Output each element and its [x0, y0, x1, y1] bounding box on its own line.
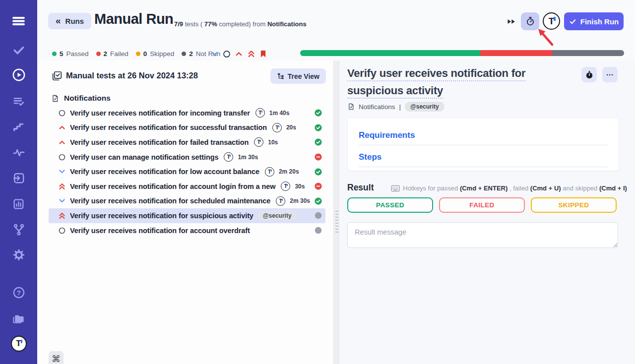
priority-highest-icon [58, 182, 66, 190]
status-passed-icon [315, 124, 322, 131]
stopwatch-filled-icon [585, 70, 594, 79]
test-meta: Notifications | @security [347, 102, 444, 112]
test-title: Verify user receives notification for fa… [70, 138, 249, 146]
passed-button[interactable]: PASSED [347, 197, 433, 213]
result-label: Result [347, 182, 374, 193]
run-progress-bar [300, 50, 624, 56]
keyboard-icon [391, 185, 400, 192]
verdict-buttons: PASSED FAILED SKIPPED [347, 197, 617, 213]
run-list-title: Manual tests at 26 Nov 2024 13:28 [66, 71, 198, 80]
document-check-icon [347, 103, 355, 111]
failed-button[interactable]: FAILED [439, 197, 525, 213]
testomat-logo[interactable]: T [543, 12, 560, 30]
test-row[interactable]: Verify user receives notification for ac… [49, 223, 325, 238]
test-row-selected[interactable]: Verify user receives notification for su… [49, 208, 325, 223]
run-list-header: Manual tests at 26 Nov 2024 13:28 Tree V… [37, 67, 333, 84]
suite-folder-label: Notifications [64, 94, 111, 103]
play-circle-icon[interactable] [11, 67, 26, 82]
svg-text:?: ? [16, 289, 20, 297]
test-row[interactable]: Verify user receives notification for ac… [49, 179, 325, 194]
sidebar: ? T [0, 0, 37, 364]
status-passed-icon [315, 168, 322, 176]
double-chevron-up-icon[interactable] [247, 50, 255, 58]
section-requirements[interactable]: Requirements [359, 118, 608, 145]
command-icon: ⌘ [52, 354, 61, 364]
test-title: Verify user can manage notification sett… [70, 153, 218, 161]
finish-run-label: Finish Run [580, 17, 619, 26]
menu-icon[interactable] [11, 13, 26, 28]
stopwatch-icon [525, 16, 535, 26]
branch-icon[interactable] [11, 222, 26, 237]
bar-chart-icon[interactable] [11, 196, 26, 211]
timer-button[interactable] [581, 67, 597, 82]
gear-icon[interactable] [11, 247, 26, 262]
priority-low-icon [58, 197, 66, 205]
priority-high-icon [58, 123, 66, 131]
status-notrun-icon [315, 212, 322, 219]
panel-splitter[interactable] [333, 61, 339, 364]
bookmark-icon[interactable] [259, 50, 267, 58]
test-row[interactable]: Verify user receives notification for lo… [49, 164, 325, 179]
status-notrun-icon [315, 227, 322, 234]
test-row[interactable]: Verify user can manage notification sett… [49, 150, 325, 165]
chevron-down-icon[interactable] [210, 50, 219, 58]
progress-failed-segment [480, 50, 552, 56]
test-row[interactable]: Verify user receives notification for fa… [49, 135, 325, 150]
testomat-badge-icon: T [276, 196, 285, 206]
run-subtitle: 7/9 tests ( 77% completed) from Notifica… [174, 20, 307, 28]
testomat-badge-icon: T [272, 123, 282, 132]
skipped-button[interactable]: SKIPPED [531, 197, 617, 213]
hotkeys-hint: Hotkeys for passed (Cmd + ENTER) , faile… [391, 184, 627, 192]
fast-forward-icon[interactable] [507, 18, 516, 25]
command-hotkeys-button[interactable]: ⌘ [49, 351, 64, 364]
status-passed-icon [315, 197, 322, 205]
check-icon[interactable] [11, 43, 26, 58]
test-row[interactable]: Verify user receives notification for sc… [49, 194, 325, 209]
list-check-icon[interactable] [11, 94, 26, 109]
status-passed-icon [315, 138, 322, 146]
test-title: Verify user receives notification for ac… [70, 227, 250, 235]
tree-icon [277, 72, 284, 80]
pulse-icon[interactable] [11, 145, 26, 160]
test-title: Verify user receives notification for in… [70, 109, 250, 117]
suite-breadcrumb[interactable]: Notifications [359, 103, 395, 111]
test-row[interactable]: Verify user receives notification for in… [49, 106, 325, 121]
skipped-dot-icon [136, 52, 140, 56]
stopwatch-button[interactable] [521, 12, 539, 30]
test-title: Verify user receives notification for sc… [70, 197, 270, 205]
testomat-badge-icon: T [255, 108, 265, 118]
priority-highest-icon [58, 212, 66, 220]
testomat-badge-icon: T [224, 152, 233, 162]
test-row[interactable]: Verify user receives notification for su… [49, 121, 325, 135]
stairs-icon[interactable] [11, 120, 26, 134]
result-message-input[interactable] [347, 222, 618, 248]
section-steps[interactable]: Steps [359, 145, 608, 167]
circle-icon[interactable] [223, 50, 231, 58]
status-failed-icon [315, 153, 322, 161]
chevron-up-icon[interactable] [235, 50, 243, 58]
breadcrumb-separator: | [399, 103, 401, 111]
test-tree: Notifications Verify user receives notif… [37, 91, 333, 238]
drag-handle-icon[interactable] [335, 211, 338, 234]
testomat-badge-icon: T [281, 182, 290, 191]
test-duration: 2m 20s [279, 168, 299, 175]
testomat-logo[interactable]: T [11, 336, 26, 351]
summary-passed: 5Passed [52, 50, 89, 58]
finish-run-button[interactable]: Finish Run [564, 12, 624, 30]
priority-low-icon [58, 168, 66, 176]
back-to-runs-label: Runs [65, 17, 84, 25]
tree-view-button[interactable]: Tree View [270, 68, 326, 84]
help-icon[interactable]: ? [11, 285, 26, 300]
folder-icon[interactable] [11, 311, 26, 326]
suite-folder-row[interactable]: Notifications [37, 91, 333, 106]
back-to-runs-button[interactable]: « Runs [48, 13, 91, 29]
more-options-button[interactable]: ··· [602, 67, 618, 82]
document-check-icon [51, 94, 59, 103]
summary-skipped: 0Skipped [136, 50, 174, 58]
test-duration: 1m 40s [269, 110, 290, 117]
summary-failed: 2Failed [96, 50, 128, 58]
import-icon[interactable] [11, 171, 26, 185]
test-detail-title-text[interactable]: Verify user receives notification for su… [347, 67, 525, 99]
priority-high-icon [58, 138, 66, 146]
tag-badge[interactable]: @security [405, 102, 444, 112]
